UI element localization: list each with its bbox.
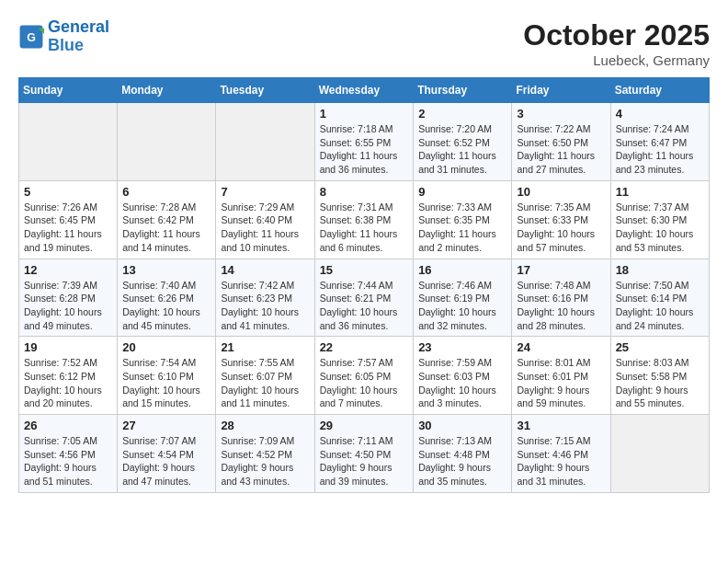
day-info: Sunrise: 7:33 AMSunset: 6:35 PMDaylight:… <box>418 201 506 255</box>
calendar-header-row: SundayMondayTuesdayWednesdayThursdayFrid… <box>19 78 710 103</box>
weekday-header-wednesday: Wednesday <box>314 78 414 103</box>
day-info: Sunrise: 7:26 AMSunset: 6:45 PMDaylight:… <box>24 201 112 255</box>
calendar-cell: 2Sunrise: 7:20 AMSunset: 6:52 PMDaylight… <box>414 103 512 181</box>
calendar-cell: 20Sunrise: 7:54 AMSunset: 6:10 PMDayligh… <box>118 337 216 415</box>
day-number: 24 <box>517 340 605 354</box>
day-info: Sunrise: 7:42 AMSunset: 6:23 PMDaylight:… <box>221 279 309 333</box>
calendar-cell: 4Sunrise: 7:24 AMSunset: 6:47 PMDaylight… <box>610 103 709 181</box>
calendar-cell: 15Sunrise: 7:44 AMSunset: 6:21 PMDayligh… <box>314 259 414 337</box>
calendar-table: SundayMondayTuesdayWednesdayThursdayFrid… <box>18 77 710 493</box>
day-number: 6 <box>122 185 210 199</box>
logo-line1: General <box>48 17 109 36</box>
day-info: Sunrise: 8:01 AMSunset: 6:01 PMDaylight:… <box>517 356 605 410</box>
logo-line2: Blue <box>48 36 84 54</box>
month-title: October 2025 <box>523 18 710 52</box>
weekday-header-thursday: Thursday <box>414 78 512 103</box>
calendar-cell <box>118 103 216 181</box>
day-number: 26 <box>24 419 112 432</box>
logo-text: General Blue <box>48 18 109 55</box>
calendar-cell: 7Sunrise: 7:29 AMSunset: 6:40 PMDaylight… <box>216 180 314 259</box>
day-info: Sunrise: 7:35 AMSunset: 6:33 PMDaylight:… <box>517 201 605 255</box>
day-number: 22 <box>320 340 409 354</box>
calendar-cell: 16Sunrise: 7:46 AMSunset: 6:19 PMDayligh… <box>414 259 512 337</box>
day-number: 30 <box>418 419 506 432</box>
calendar-cell: 21Sunrise: 7:55 AMSunset: 6:07 PMDayligh… <box>216 337 314 415</box>
day-info: Sunrise: 7:22 AMSunset: 6:50 PMDaylight:… <box>517 122 605 177</box>
calendar-cell: 10Sunrise: 7:35 AMSunset: 6:33 PMDayligh… <box>512 180 610 259</box>
calendar-cell: 5Sunrise: 7:26 AMSunset: 6:45 PMDaylight… <box>19 180 118 259</box>
logo: G General Blue <box>18 18 109 55</box>
day-number: 5 <box>24 185 112 199</box>
day-info: Sunrise: 7:39 AMSunset: 6:28 PMDaylight:… <box>24 279 112 333</box>
calendar-week-row: 26Sunrise: 7:05 AMSunset: 4:56 PMDayligh… <box>19 415 710 493</box>
calendar-cell: 1Sunrise: 7:18 AMSunset: 6:55 PMDaylight… <box>314 103 414 181</box>
calendar-cell <box>216 103 314 181</box>
day-info: Sunrise: 7:48 AMSunset: 6:16 PMDaylight:… <box>517 279 605 333</box>
day-number: 7 <box>221 185 309 199</box>
weekday-header-tuesday: Tuesday <box>216 78 314 103</box>
calendar-cell: 14Sunrise: 7:42 AMSunset: 6:23 PMDayligh… <box>216 259 314 337</box>
calendar-cell <box>610 415 709 493</box>
weekday-header-saturday: Saturday <box>610 78 709 103</box>
calendar-cell: 19Sunrise: 7:52 AMSunset: 6:12 PMDayligh… <box>19 337 118 415</box>
day-number: 11 <box>616 185 704 199</box>
weekday-header-friday: Friday <box>512 78 610 103</box>
day-info: Sunrise: 7:50 AMSunset: 6:14 PMDaylight:… <box>616 279 704 333</box>
day-info: Sunrise: 7:07 AMSunset: 4:54 PMDaylight:… <box>122 434 210 488</box>
day-number: 29 <box>320 419 409 432</box>
calendar-cell: 11Sunrise: 7:37 AMSunset: 6:30 PMDayligh… <box>610 180 709 259</box>
calendar-cell: 29Sunrise: 7:11 AMSunset: 4:50 PMDayligh… <box>314 415 414 493</box>
calendar-cell: 24Sunrise: 8:01 AMSunset: 6:01 PMDayligh… <box>512 337 610 415</box>
day-info: Sunrise: 8:03 AMSunset: 5:58 PMDaylight:… <box>616 356 704 410</box>
calendar-cell <box>19 103 118 181</box>
calendar-week-row: 19Sunrise: 7:52 AMSunset: 6:12 PMDayligh… <box>19 337 710 415</box>
day-number: 25 <box>616 340 704 354</box>
location: Luebeck, Germany <box>523 52 710 68</box>
day-number: 18 <box>616 263 704 277</box>
day-number: 28 <box>221 419 309 432</box>
day-number: 23 <box>418 340 506 354</box>
calendar-cell: 6Sunrise: 7:28 AMSunset: 6:42 PMDaylight… <box>118 180 216 259</box>
calendar-cell: 27Sunrise: 7:07 AMSunset: 4:54 PMDayligh… <box>118 415 216 493</box>
day-info: Sunrise: 7:11 AMSunset: 4:50 PMDaylight:… <box>320 434 409 488</box>
day-number: 19 <box>24 340 112 354</box>
day-number: 8 <box>320 185 409 199</box>
day-info: Sunrise: 7:09 AMSunset: 4:52 PMDaylight:… <box>221 434 309 488</box>
calendar-week-row: 1Sunrise: 7:18 AMSunset: 6:55 PMDaylight… <box>19 103 710 181</box>
day-number: 4 <box>616 107 704 121</box>
day-info: Sunrise: 7:18 AMSunset: 6:55 PMDaylight:… <box>320 122 409 177</box>
day-info: Sunrise: 7:15 AMSunset: 4:46 PMDaylight:… <box>517 434 605 488</box>
day-info: Sunrise: 7:59 AMSunset: 6:03 PMDaylight:… <box>418 356 506 410</box>
calendar-cell: 8Sunrise: 7:31 AMSunset: 6:38 PMDaylight… <box>314 180 414 259</box>
day-number: 21 <box>221 340 309 354</box>
calendar-cell: 25Sunrise: 8:03 AMSunset: 5:58 PMDayligh… <box>610 337 709 415</box>
day-info: Sunrise: 7:28 AMSunset: 6:42 PMDaylight:… <box>122 201 210 255</box>
weekday-header-monday: Monday <box>118 78 216 103</box>
day-info: Sunrise: 7:31 AMSunset: 6:38 PMDaylight:… <box>320 201 409 255</box>
day-number: 10 <box>517 185 605 199</box>
day-number: 20 <box>122 340 210 354</box>
day-number: 1 <box>320 107 409 121</box>
calendar-cell: 9Sunrise: 7:33 AMSunset: 6:35 PMDaylight… <box>414 180 512 259</box>
day-number: 27 <box>122 419 210 432</box>
day-number: 15 <box>320 263 409 277</box>
title-block: October 2025 Luebeck, Germany <box>523 18 710 68</box>
calendar-cell: 31Sunrise: 7:15 AMSunset: 4:46 PMDayligh… <box>512 415 610 493</box>
calendar-cell: 23Sunrise: 7:59 AMSunset: 6:03 PMDayligh… <box>414 337 512 415</box>
calendar-cell: 28Sunrise: 7:09 AMSunset: 4:52 PMDayligh… <box>216 415 314 493</box>
day-info: Sunrise: 7:13 AMSunset: 4:48 PMDaylight:… <box>418 434 506 488</box>
day-info: Sunrise: 7:55 AMSunset: 6:07 PMDaylight:… <box>221 356 309 410</box>
day-info: Sunrise: 7:20 AMSunset: 6:52 PMDaylight:… <box>418 122 506 177</box>
calendar-cell: 30Sunrise: 7:13 AMSunset: 4:48 PMDayligh… <box>414 415 512 493</box>
day-number: 12 <box>24 263 112 277</box>
day-number: 13 <box>122 263 210 277</box>
day-number: 17 <box>517 263 605 277</box>
day-number: 2 <box>418 107 506 121</box>
day-info: Sunrise: 7:29 AMSunset: 6:40 PMDaylight:… <box>221 201 309 255</box>
day-number: 16 <box>418 263 506 277</box>
day-number: 31 <box>517 419 605 432</box>
day-info: Sunrise: 7:24 AMSunset: 6:47 PMDaylight:… <box>616 122 704 177</box>
day-info: Sunrise: 7:05 AMSunset: 4:56 PMDaylight:… <box>24 434 112 488</box>
weekday-header-sunday: Sunday <box>19 78 118 103</box>
calendar-cell: 17Sunrise: 7:48 AMSunset: 6:16 PMDayligh… <box>512 259 610 337</box>
